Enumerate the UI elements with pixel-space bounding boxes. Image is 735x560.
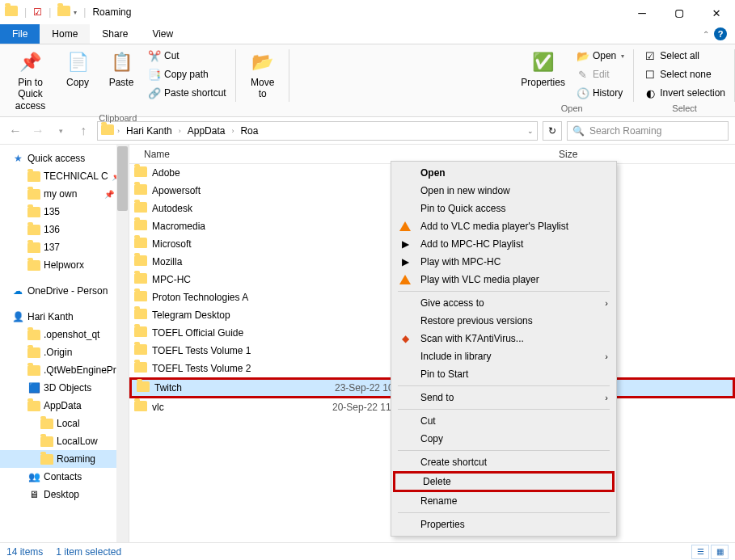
search-input[interactable]: 🔍 Search Roaming bbox=[567, 121, 729, 141]
folder-icon bbox=[40, 417, 53, 430]
back-button[interactable]: ← bbox=[6, 122, 24, 140]
tree-item[interactable]: Helpworx bbox=[0, 256, 129, 274]
cut-button[interactable]: ✂️Cut bbox=[145, 48, 230, 64]
menu-item-label: Properties bbox=[420, 519, 465, 530]
select-all-button[interactable]: ☑Select all bbox=[640, 48, 729, 64]
tab-home[interactable]: Home bbox=[40, 24, 90, 44]
context-menu-item[interactable]: Open bbox=[393, 164, 615, 182]
menu-item-label: Play with VLC media player bbox=[420, 274, 539, 285]
vlc-icon bbox=[398, 219, 412, 234]
copy-icon: 📄 bbox=[65, 49, 91, 75]
menu-item-label: Cut bbox=[420, 415, 436, 427]
open-button[interactable]: 📂Open▾ bbox=[573, 48, 627, 64]
file-list[interactable]: Name Size AdobeolderApowersoftolderAutod… bbox=[129, 145, 735, 542]
menu-item-label: Create shortcut bbox=[420, 457, 487, 468]
tree-contacts[interactable]: 👥Contacts bbox=[0, 468, 129, 486]
qat-dropdown-icon[interactable]: ▾ bbox=[74, 9, 77, 16]
context-menu-item[interactable]: Copy bbox=[393, 430, 615, 448]
context-menu-item[interactable]: Pin to Quick access bbox=[393, 200, 615, 217]
tree-item[interactable]: 🟦3D Objects bbox=[0, 379, 129, 397]
breadcrumb[interactable]: Hari Kanth bbox=[123, 124, 175, 138]
tree-item[interactable]: Local bbox=[0, 415, 129, 432]
address-dropdown-icon[interactable]: ⌄ bbox=[527, 127, 534, 135]
quick-access[interactable]: ★Quick access bbox=[0, 149, 129, 167]
tree-item[interactable]: 137 bbox=[0, 238, 129, 256]
minimize-button[interactable]: — bbox=[623, 0, 661, 24]
recent-dropdown[interactable]: ▾ bbox=[52, 122, 70, 140]
paste-button[interactable]: 📋 Paste bbox=[101, 48, 142, 90]
context-menu-item[interactable]: Create shortcut bbox=[393, 453, 615, 471]
context-menu-item[interactable]: Play with VLC media player bbox=[393, 271, 615, 288]
onedrive[interactable]: ☁OneDrive - Person bbox=[0, 282, 129, 300]
context-menu-item[interactable]: Properties bbox=[393, 516, 615, 533]
tab-view[interactable]: View bbox=[140, 24, 185, 44]
context-menu-item[interactable]: Open in new window bbox=[393, 182, 615, 200]
context-menu-item[interactable]: Include in library› bbox=[393, 347, 615, 365]
col-name[interactable]: Name bbox=[129, 149, 327, 160]
tab-file[interactable]: File bbox=[0, 24, 40, 44]
tree-item[interactable]: .QtWebEnginePr bbox=[0, 361, 129, 379]
folder-icon bbox=[134, 184, 147, 197]
maximize-button[interactable]: ▢ bbox=[661, 0, 698, 24]
folder-icon bbox=[27, 399, 40, 412]
invert-selection-button[interactable]: ◐Invert selection bbox=[640, 85, 729, 101]
ribbon: 📌 Pin to Quick access 📄 Copy 📋 Paste ✂️C… bbox=[0, 44, 735, 117]
context-menu-item[interactable]: ◆Scan with K7AntiVirus... bbox=[393, 330, 615, 347]
tree-item[interactable]: my own📌 bbox=[0, 185, 129, 203]
folder-icon bbox=[27, 259, 40, 272]
tree-item[interactable]: Roaming bbox=[0, 450, 129, 468]
edit-button[interactable]: ✎Edit bbox=[573, 66, 627, 82]
paste-shortcut-button[interactable]: 🔗Paste shortcut bbox=[145, 85, 230, 101]
menu-item-label: Rename bbox=[420, 495, 457, 507]
tree-item[interactable]: .Origin bbox=[0, 343, 129, 361]
context-menu-item[interactable]: Cut bbox=[393, 412, 615, 430]
tree-desktop[interactable]: 🖥Desktop bbox=[0, 486, 129, 503]
pin-to-quick-access-button[interactable]: 📌 Pin to Quick access bbox=[6, 48, 54, 113]
tab-share[interactable]: Share bbox=[90, 24, 140, 44]
nav-tree[interactable]: ★Quick access TECHNICAL C📌my own📌1351361… bbox=[0, 145, 129, 542]
help-icon[interactable]: ? bbox=[714, 27, 727, 40]
copy-button[interactable]: 📄 Copy bbox=[57, 48, 98, 90]
menu-item-label: Pin to Start bbox=[420, 368, 468, 380]
tree-item[interactable]: 135 bbox=[0, 203, 129, 221]
history-button[interactable]: 🕓History bbox=[573, 85, 627, 101]
tree-item[interactable]: TECHNICAL C📌 bbox=[0, 167, 129, 185]
up-button[interactable]: ↑ bbox=[74, 122, 92, 140]
address-bar[interactable]: › Hari Kanth › AppData › Roa ⌄ bbox=[97, 121, 538, 141]
context-menu-item[interactable]: Add to VLC media player's Playlist bbox=[393, 217, 615, 235]
tree-item[interactable]: .openshot_qt bbox=[0, 326, 129, 343]
view-details-button[interactable]: ☰ bbox=[691, 545, 709, 559]
select-none-button[interactable]: ☐Select none bbox=[640, 66, 729, 82]
context-menu-item[interactable]: ▶Play with MPC-HC bbox=[393, 253, 615, 271]
view-icons-button[interactable]: ▦ bbox=[711, 545, 729, 559]
context-menu-item[interactable]: Send to› bbox=[393, 389, 615, 406]
col-size[interactable]: Size bbox=[554, 149, 635, 160]
breadcrumb[interactable]: Roa bbox=[237, 124, 261, 138]
context-menu-item[interactable]: Delete bbox=[393, 471, 615, 492]
user-folder[interactable]: 👤Hari Kanth bbox=[0, 308, 129, 326]
window-title: Roaming bbox=[92, 6, 131, 18]
properties-button[interactable]: ✅ Properties bbox=[516, 48, 570, 90]
move-to-button[interactable]: 📂 Move to bbox=[243, 48, 283, 102]
tree-item[interactable]: LocalLow bbox=[0, 432, 129, 450]
close-button[interactable]: ✕ bbox=[698, 0, 735, 24]
refresh-button[interactable]: ↻ bbox=[543, 121, 562, 141]
status-bar: 14 items 1 item selected ☰ ▦ bbox=[0, 542, 735, 560]
tree-scrollbar[interactable] bbox=[116, 145, 129, 542]
forward-button[interactable]: → bbox=[29, 122, 47, 140]
context-menu-item[interactable]: ▶Add to MPC-HC Playlist bbox=[393, 235, 615, 253]
qat-checkbox-icon[interactable]: ☑ bbox=[33, 6, 42, 18]
folder-icon bbox=[134, 309, 147, 322]
context-menu-item[interactable]: Pin to Start bbox=[393, 365, 615, 383]
collapse-ribbon-icon[interactable]: ⌃ bbox=[703, 30, 709, 39]
file-name: Proton Technologies A bbox=[152, 292, 248, 303]
tree-item[interactable]: AppData bbox=[0, 397, 129, 415]
context-menu-item[interactable]: Give access to› bbox=[393, 294, 615, 312]
breadcrumb[interactable]: AppData bbox=[184, 124, 229, 138]
menu-item-label: Play with MPC-HC bbox=[420, 256, 501, 267]
context-menu-item[interactable]: Rename bbox=[393, 492, 615, 510]
copy-path-button[interactable]: 📑Copy path bbox=[145, 66, 230, 82]
tree-item[interactable]: 136 bbox=[0, 221, 129, 238]
folder-icon bbox=[27, 364, 40, 377]
context-menu-item[interactable]: Restore previous versions bbox=[393, 312, 615, 330]
